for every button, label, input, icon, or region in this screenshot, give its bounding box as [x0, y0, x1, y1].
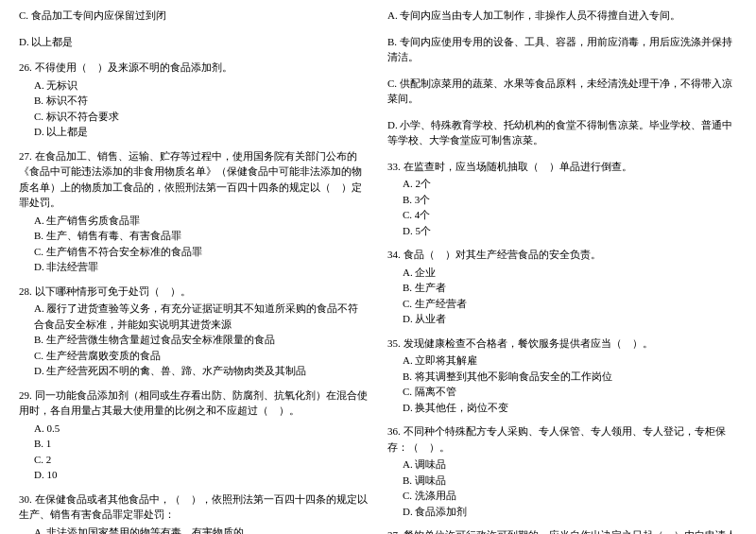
q35-option-b: B. 将其调整到其他不影响食品安全的工作岗位	[387, 369, 737, 385]
q28-option-c: C. 生产经营腐败变质的食品	[19, 348, 369, 364]
q30-option-a: A. 非法添加国家禁用的物等有毒、有害物质的	[19, 525, 369, 535]
q-r-a-text: A. 专间内应当由专人加工制作，非操作人员不得擅自进入专间。	[387, 8, 737, 24]
q36-option-d: D. 食品添加剂	[387, 504, 737, 520]
q27-option-b: B. 生产、销售有毒、有害食品罪	[19, 228, 369, 244]
q34-option-b: B. 生产者	[387, 280, 737, 296]
q36-option-a: A. 调味品	[387, 456, 737, 473]
question-28: 28. 以下哪种情形可免于处罚（ ）。 A. 履行了进货查验等义务，有充分证据证…	[19, 284, 369, 379]
q33-option-c: C. 4个	[387, 207, 737, 223]
q34-option-d: D. 从业者	[387, 311, 737, 327]
question-r-a: A. 专间内应当由专人加工制作，非操作人员不得擅自进入专间。	[387, 8, 737, 26]
q26-option-b: B. 标识不符	[19, 93, 369, 109]
q34-option-c: C. 生产经营者	[387, 296, 737, 312]
q35-option-a: A. 立即将其解雇	[387, 353, 737, 369]
q36-option-c: C. 洗涤用品	[387, 488, 737, 504]
question-d-all: D. 以上都是	[19, 34, 369, 52]
q27-text: 27. 在食品加工、销售、运输、贮存等过程中，使用国务院有关部门公布的《食品中可…	[19, 148, 369, 211]
q27-option-d: D. 非法经营罪	[19, 259, 369, 275]
q37-text: 37. 餐饮单位许可行政许可到期的，应当自作出决定之日起（ ）内向申请人通知，适…	[387, 527, 737, 534]
q26-text: 26. 不得使用（ ）及来源不明的食品添加剂。	[19, 60, 369, 76]
q29-option-a: A. 0.5	[19, 421, 369, 437]
q34-text: 34. 食品（ ）对其生产经营食品的安全负责。	[387, 247, 737, 263]
q33-option-a: A. 2个	[387, 176, 737, 192]
q33-option-d: D. 5个	[387, 223, 737, 239]
q29-option-b: B. 1	[19, 436, 369, 452]
question-37: 37. 餐饮单位许可行政许可到期的，应当自作出决定之日起（ ）内向申请人通知，适…	[387, 527, 737, 534]
q27-option-c: C. 生产销售不符合安全标准的食品罪	[19, 244, 369, 260]
q35-text: 35. 发现健康检查不合格者，餐饮服务提供者应当（ ）。	[387, 336, 737, 352]
question-c-food: C. 食品加工专间内应保留过到闭	[19, 8, 369, 26]
q28-option-b: B. 生产经营微生物含量超过食品安全标准限量的食品	[19, 332, 369, 348]
right-column: A. 专间内应当由专人加工制作，非操作人员不得擅自进入专间。 B. 专间内应使用…	[387, 8, 737, 534]
q28-option-d: D. 生产经营死因不明的禽、兽、蹄、水产动物肉类及其制品	[19, 363, 369, 379]
q28-text: 28. 以下哪种情形可免于处罚（ ）。	[19, 284, 369, 300]
q-r-c-text: C. 供配制凉菜用的蔬菜、水果等食品原料，未经清洗处理干净，不得带入凉菜间。	[387, 76, 737, 107]
question-30: 30. 在保健食品或者其他食品中，（ ），依照刑法第一百四十四条的规定以生产、销…	[19, 491, 369, 535]
left-column: C. 食品加工专间内应保留过到闭 D. 以上都是 26. 不得使用（ ）及来源不…	[19, 8, 369, 534]
question-29: 29. 同一功能食品添加剂（相同或生存看出防、防腐剂、抗氧化剂）在混合使用时，各…	[19, 388, 369, 483]
q-d-all-text: D. 以上都是	[19, 34, 369, 50]
q26-option-c: C. 标识不符合要求	[19, 109, 369, 125]
question-34: 34. 食品（ ）对其生产经营食品的安全负责。 A. 企业 B. 生产者 C. …	[387, 247, 737, 327]
q-r-b-text: B. 专间内应使用专用的设备、工具、容器，用前应消毒，用后应洗涤并保持清洁。	[387, 34, 737, 65]
q-c-food-text: C. 食品加工专间内应保留过到闭	[19, 8, 369, 24]
page-content: C. 食品加工专间内应保留过到闭 D. 以上都是 26. 不得使用（ ）及来源不…	[19, 8, 737, 534]
question-r-c: C. 供配制凉菜用的蔬菜、水果等食品原料，未经清洗处理干净，不得带入凉菜间。	[387, 76, 737, 109]
q28-option-a: A. 履行了进货查验等义务，有充分证据证明其不知道所采购的食品不符合食品安全标准…	[19, 301, 369, 332]
q27-option-a: A. 生产销售劣质食品罪	[19, 213, 369, 229]
q34-option-a: A. 企业	[387, 265, 737, 281]
q26-option-d: D. 以上都是	[19, 124, 369, 140]
q26-option-a: A. 无标识	[19, 78, 369, 94]
question-35: 35. 发现健康检查不合格者，餐饮服务提供者应当（ ）。 A. 立即将其解雇 B…	[387, 336, 737, 416]
q-r-d-text: D. 小学、特殊教育学校、托幼机构的食堂不得制售凉菜。毕业学校、普通中等学校、大…	[387, 117, 737, 148]
question-26: 26. 不得使用（ ）及来源不明的食品添加剂。 A. 无标识 B. 标识不符 C…	[19, 60, 369, 140]
q33-text: 33. 在监查时，应当场随机抽取（ ）单品进行倒查。	[387, 159, 737, 175]
q36-text: 36. 不同种个特殊配方专人采购、专人保管、专人领用、专人登记，专柜保存：（ ）…	[387, 423, 737, 455]
question-r-b: B. 专间内应使用专用的设备、工具、容器，用前应消毒，用后应洗涤并保持清洁。	[387, 34, 737, 67]
q33-option-b: B. 3个	[387, 192, 737, 208]
q36-option-b: B. 调味品	[387, 473, 737, 489]
question-r-d: D. 小学、特殊教育学校、托幼机构的食堂不得制售凉菜。毕业学校、普通中等学校、大…	[387, 117, 737, 150]
q35-option-c: C. 隔离不管	[387, 384, 737, 400]
q29-option-d: D. 10	[19, 467, 369, 483]
question-36: 36. 不同种个特殊配方专人采购、专人保管、专人领用、专人登记，专柜保存：（ ）…	[387, 423, 737, 519]
q30-text: 30. 在保健食品或者其他食品中，（ ），依照刑法第一百四十四条的规定以生产、销…	[19, 491, 369, 523]
question-33: 33. 在监查时，应当场随机抽取（ ）单品进行倒查。 A. 2个 B. 3个 C…	[387, 159, 737, 239]
q35-option-d: D. 换其他任，岗位不变	[387, 400, 737, 416]
q29-option-c: C. 2	[19, 452, 369, 468]
q29-text: 29. 同一功能食品添加剂（相同或生存看出防、防腐剂、抗氧化剂）在混合使用时，各…	[19, 388, 369, 419]
question-27: 27. 在食品加工、销售、运输、贮存等过程中，使用国务院有关部门公布的《食品中可…	[19, 148, 369, 275]
